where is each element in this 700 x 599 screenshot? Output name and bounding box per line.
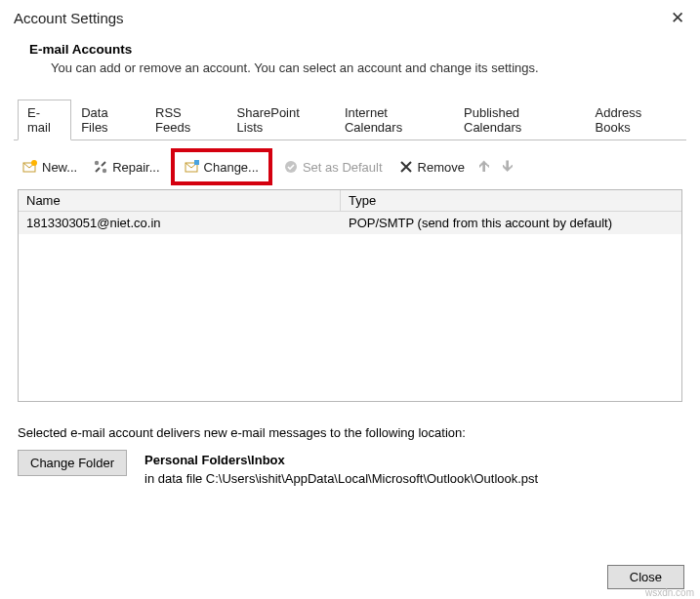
change-folder-button[interactable]: Change Folder <box>18 450 127 476</box>
svg-point-1 <box>31 160 37 166</box>
new-mail-icon <box>22 159 38 175</box>
change-icon <box>185 159 200 175</box>
toolbar: New... Repair... Change... Set as Defaul… <box>0 140 700 189</box>
close-icon[interactable]: ✕ <box>665 8 690 28</box>
delivery-label: Selected e-mail account delivers new e-m… <box>18 425 682 440</box>
remove-icon <box>398 159 414 175</box>
list-header: Name Type <box>19 190 681 212</box>
col-header-type[interactable]: Type <box>341 190 681 211</box>
svg-point-3 <box>103 169 106 173</box>
close-button[interactable]: Close <box>607 565 684 589</box>
header-description: You can add or remove an account. You ca… <box>29 60 671 75</box>
repair-icon <box>93 159 108 175</box>
svg-point-2 <box>95 161 99 165</box>
check-circle-icon <box>283 159 299 175</box>
table-row[interactable]: 1813303051@niet.co.in POP/SMTP (send fro… <box>19 212 681 234</box>
location-file: in data file C:\Users\ishit\AppData\Loca… <box>144 471 538 486</box>
tab-email[interactable]: E-mail <box>18 100 71 140</box>
tab-data-files[interactable]: Data Files <box>71 100 145 140</box>
set-default-label: Set as Default <box>303 160 383 175</box>
title-bar: Account Settings ✕ <box>0 0 700 34</box>
footer: Close <box>607 565 684 589</box>
remove-label: Remove <box>418 160 465 175</box>
move-up-icon: 🡩 <box>475 159 493 175</box>
cell-type: POP/SMTP (send from this account by defa… <box>341 212 681 234</box>
move-down-icon: 🡫 <box>499 159 516 175</box>
repair-button[interactable]: Repair... <box>88 156 164 178</box>
tab-rss-feeds[interactable]: RSS Feeds <box>145 100 226 140</box>
delivery-row: Change Folder Personal Folders\Inbox in … <box>18 450 682 486</box>
location-path: Personal Folders\Inbox <box>144 453 538 467</box>
window-title: Account Settings <box>14 10 124 26</box>
col-header-name[interactable]: Name <box>19 190 341 211</box>
new-button[interactable]: New... <box>18 156 82 178</box>
cell-name: 1813303051@niet.co.in <box>19 212 341 234</box>
repair-label: Repair... <box>112 160 159 175</box>
tab-sharepoint-lists[interactable]: SharePoint Lists <box>227 100 335 140</box>
change-label: Change... <box>204 160 259 175</box>
tab-published-calendars[interactable]: Published Calendars <box>454 100 586 140</box>
watermark: wsxdn.com <box>645 587 694 598</box>
tab-address-books[interactable]: Address Books <box>586 100 686 140</box>
account-list: Name Type 1813303051@niet.co.in POP/SMTP… <box>18 189 682 402</box>
header-title: E-mail Accounts <box>29 42 671 57</box>
set-default-button: Set as Default <box>278 156 388 178</box>
new-label: New... <box>42 160 77 175</box>
change-button[interactable]: Change... <box>171 148 272 185</box>
remove-button[interactable]: Remove <box>393 156 470 178</box>
location-block: Personal Folders\Inbox in data file C:\U… <box>144 450 538 486</box>
tabs: E-mail Data Files RSS Feeds SharePoint L… <box>14 99 686 140</box>
tab-internet-calendars[interactable]: Internet Calendars <box>335 100 454 140</box>
svg-rect-5 <box>194 160 199 165</box>
header-block: E-mail Accounts You can add or remove an… <box>0 34 700 99</box>
